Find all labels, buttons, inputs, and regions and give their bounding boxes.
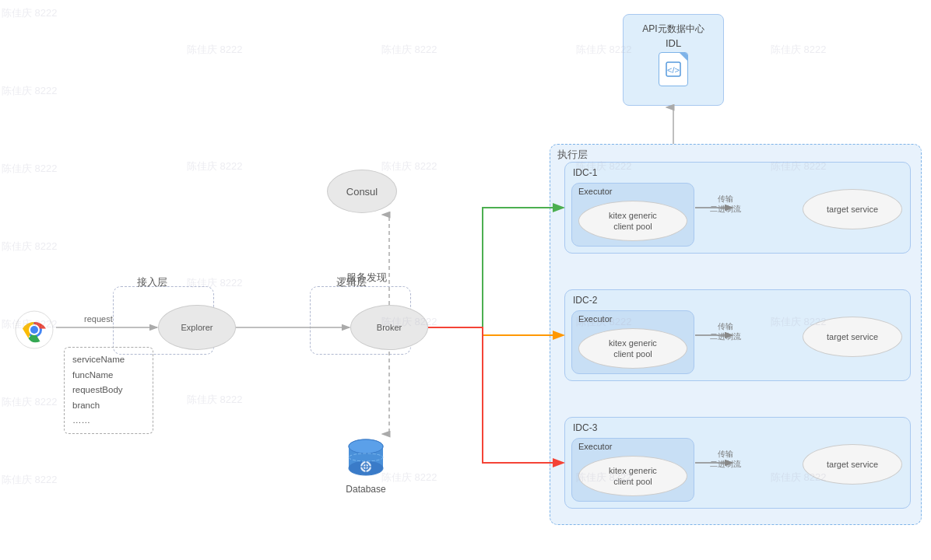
consul-label: Consul xyxy=(346,186,378,198)
idc-1-executor-box: Executor kitex genericclient pool xyxy=(571,183,694,247)
svg-point-5 xyxy=(349,439,383,453)
broker-label: Broker xyxy=(377,322,402,333)
idc-1-pool-oval: kitex genericclient pool xyxy=(578,201,687,241)
chrome-icon xyxy=(14,310,54,350)
watermark: 陈佳庆 8222 xyxy=(2,6,58,20)
idc-1-label: IDC-1 xyxy=(573,167,597,178)
param-funcname: funcName xyxy=(72,368,145,383)
idc-1-box: IDC-1 Executor kitex genericclient pool … xyxy=(564,162,911,254)
watermark: 陈佳庆 8222 xyxy=(2,240,58,254)
watermark: 陈佳庆 8222 xyxy=(187,393,243,407)
param-ellipsis: …… xyxy=(72,413,145,429)
watermark: 陈佳庆 8222 xyxy=(381,159,437,173)
broker-node: Broker xyxy=(350,305,428,350)
idc-1-executor-label: Executor xyxy=(578,187,612,196)
idc-3-pool-oval: kitex genericclient pool xyxy=(578,456,687,496)
idl-icon: </> xyxy=(659,52,688,86)
svg-text:request: request xyxy=(84,314,113,324)
watermark: 陈佳庆 8222 xyxy=(2,162,58,176)
explorer-label: Explorer xyxy=(181,322,213,333)
api-center-sub: IDL xyxy=(624,37,723,49)
consul-node: Consul xyxy=(327,170,397,213)
watermark: 陈佳庆 8222 xyxy=(381,471,437,485)
watermark: 陈佳庆 8222 xyxy=(771,43,827,57)
idc-2-label: IDC-2 xyxy=(573,295,597,306)
idc-2-transfer-label: 传输二进制流 xyxy=(710,321,741,341)
param-branch: branch xyxy=(72,398,145,414)
svg-text:</>: </> xyxy=(667,65,680,75)
idc-2-executor-label: Executor xyxy=(578,314,612,324)
idc-3-box: IDC-3 Executor kitex genericclient pool … xyxy=(564,417,911,509)
watermark: 陈佳庆 8222 xyxy=(2,473,58,487)
database-container: Database xyxy=(343,437,389,495)
svg-point-14 xyxy=(30,326,38,334)
watermark: 陈佳庆 8222 xyxy=(187,159,243,173)
service-discovery-label: 服务发现 xyxy=(346,271,387,285)
diagram: 陈佳庆 8222 陈佳庆 8222 陈佳庆 8222 陈佳庆 8222 陈佳庆 … xyxy=(0,0,931,560)
idc-3-target-oval: target service xyxy=(803,444,902,485)
idc-2-executor-box: Executor kitex genericclient pool xyxy=(571,310,694,374)
idc-2-box: IDC-2 Executor kitex genericclient pool … xyxy=(564,289,911,381)
idc-1-target-label: target service xyxy=(827,204,878,215)
watermark: 陈佳庆 8222 xyxy=(2,84,58,98)
idc-3-label: IDC-3 xyxy=(573,422,597,433)
param-requestbody: requestBody xyxy=(72,383,145,398)
watermark: 陈佳庆 8222 xyxy=(2,395,58,409)
api-center-title: API元数据中心 xyxy=(624,23,723,36)
idc-1-target-oval: target service xyxy=(803,189,902,229)
database-icon xyxy=(343,437,389,478)
idc-3-executor-label: Executor xyxy=(578,442,612,451)
watermark: 陈佳庆 8222 xyxy=(187,43,243,57)
exec-layer-label: 执行层 xyxy=(557,148,588,162)
access-layer-label: 接入层 xyxy=(137,275,167,289)
idc-3-target-label: target service xyxy=(827,459,878,470)
idc-2-pool-oval: kitex genericclient pool xyxy=(578,328,687,369)
idc-2-target-label: target service xyxy=(827,331,878,342)
idc-3-executor-box: Executor kitex genericclient pool xyxy=(571,438,694,502)
idc-2-target-oval: target service xyxy=(803,317,902,357)
watermark: 陈佳庆 8222 xyxy=(381,43,437,57)
idc-1-pool-label: kitex genericclient pool xyxy=(609,210,657,233)
idc-3-pool-label: kitex genericclient pool xyxy=(609,465,657,488)
database-label: Database xyxy=(343,484,389,495)
api-center-box: API元数据中心 IDL </> xyxy=(623,14,724,106)
idc-2-pool-label: kitex genericclient pool xyxy=(609,338,657,360)
explorer-node: Explorer xyxy=(158,305,236,350)
idc-1-transfer-label: 传输二进制流 xyxy=(710,194,741,214)
params-box: serviceName funcName requestBody branch … xyxy=(64,347,153,434)
param-servicename: serviceName xyxy=(72,352,145,368)
idc-3-transfer-label: 传输二进制流 xyxy=(710,449,741,469)
